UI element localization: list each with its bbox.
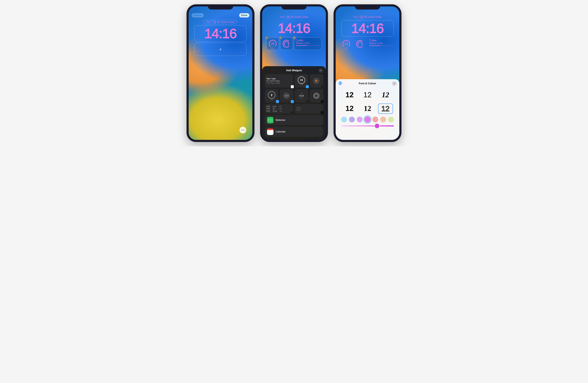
calendar-icon bbox=[213, 21, 216, 23]
sheet-header: Add Widgets ✕ bbox=[265, 69, 323, 72]
wc-row: TOK10:..+8H bbox=[266, 108, 282, 110]
widgets-empty-slot[interactable]: + bbox=[194, 43, 247, 56]
font-grid: 12 12 12 12 12 12 bbox=[338, 87, 397, 115]
colour-swatch[interactable] bbox=[341, 117, 347, 122]
screen: Cancel Done Tue 7 No events today 14:16 … bbox=[189, 6, 252, 140]
device-name: iPhone 11 Pro bbox=[296, 42, 310, 45]
clock-app-icon bbox=[306, 100, 309, 103]
font-option-5[interactable]: 12 bbox=[360, 104, 375, 114]
widget-row: 15 5 16 47% iPhone 11 Pro bbox=[336, 38, 399, 50]
battery-icon bbox=[268, 119, 272, 121]
screen: Tue 7 No events today 14:16 15 5 16 47% … bbox=[336, 6, 399, 140]
date-widget: Tue 7 No events today bbox=[351, 15, 384, 19]
remove-icon[interactable]: − bbox=[293, 36, 296, 39]
date-text: Tue 7 bbox=[353, 16, 359, 18]
widget-suggestions-grid: Tue 7 Jun No events today Your day is cl… bbox=[265, 74, 323, 113]
suggestion-world-clocks[interactable]: CUP6:16-8H TOK10:..+8H SYD11:16+9.. bbox=[265, 104, 293, 113]
clock-app-icon bbox=[291, 111, 294, 114]
remove-icon[interactable]: − bbox=[279, 36, 282, 39]
app-label: Calendar bbox=[276, 130, 286, 133]
weather-app-icon bbox=[291, 100, 294, 103]
digital-time: 21:53 bbox=[283, 92, 290, 99]
close-button[interactable]: ✕ bbox=[318, 68, 323, 73]
phone-icon bbox=[369, 39, 371, 42]
fitness-rings bbox=[283, 40, 290, 47]
colour-swatch[interactable] bbox=[388, 117, 394, 122]
city-time: 6:16 bbox=[299, 94, 304, 97]
phone-3-font-colour: Tue 7 No events today 14:16 15 5 16 47% … bbox=[334, 5, 401, 142]
font-option-3[interactable]: 12 bbox=[378, 90, 393, 100]
cancel-button[interactable]: Cancel bbox=[192, 13, 204, 18]
fitness-app-icon bbox=[321, 100, 324, 103]
calendar-icon bbox=[267, 129, 273, 130]
suggestion-weather-ring[interactable]: 15 5 16 bbox=[295, 74, 308, 88]
sug-events: No events today bbox=[266, 80, 280, 82]
done-button[interactable]: Done bbox=[239, 13, 249, 18]
calendar-app-icon bbox=[291, 85, 294, 88]
suggestion-calendar[interactable]: Tue 7 Jun No events today Your day is cl… bbox=[265, 74, 293, 88]
suggestion-world-clock-single[interactable]: CUP 6:16 am bbox=[295, 89, 308, 103]
aqi-label: AQI bbox=[271, 99, 273, 100]
clock-slot[interactable]: 14:16 bbox=[341, 20, 394, 36]
battery-pct: 47% bbox=[372, 39, 376, 42]
widget-row: − 15 5 16 − − 47% iPhone 11 Pro bbox=[262, 37, 326, 50]
sheet-header: Font & Colour ✕ bbox=[338, 82, 397, 85]
more-button[interactable] bbox=[239, 127, 246, 134]
suggestion-aqi[interactable]: 2 AQI bbox=[265, 89, 278, 103]
widget-weather: 15 5 16 bbox=[340, 38, 353, 50]
widget-fitness[interactable]: − bbox=[280, 37, 293, 50]
clock-text: 14:16 bbox=[344, 22, 391, 35]
widget-battery: 47% iPhone 11 Pro bbox=[368, 38, 395, 50]
clock-app-icon bbox=[321, 85, 324, 88]
colour-swatch[interactable] bbox=[357, 117, 363, 122]
date-text: Tue 7 bbox=[280, 16, 286, 18]
slider-thumb[interactable] bbox=[375, 124, 379, 128]
font-option-4[interactable]: 12 bbox=[342, 104, 357, 114]
events-text: No events today bbox=[217, 21, 235, 23]
suggestion-fitness-rings[interactable] bbox=[310, 89, 323, 103]
add-widgets-sheet: Add Widgets ✕ Tue 7 Jun No events today … bbox=[262, 66, 326, 140]
app-calendar[interactable]: Calendar bbox=[265, 127, 323, 137]
bell-slash-icon: 🔕 bbox=[313, 78, 320, 84]
font-colour-sheet: Font & Colour ✕ 12 12 12 12 12 12 bbox=[336, 79, 399, 140]
aqi-ring: 2 bbox=[268, 91, 275, 99]
app-batteries[interactable]: Batteries bbox=[265, 115, 323, 125]
globe-button[interactable] bbox=[338, 81, 343, 86]
widget-weather[interactable]: − 15 5 16 bbox=[266, 37, 279, 50]
suggestion-stocks[interactable] bbox=[295, 104, 323, 113]
font-option-2[interactable]: 12 bbox=[360, 90, 375, 100]
plus-icon: + bbox=[219, 46, 222, 52]
colour-swatch-selected[interactable] bbox=[365, 117, 370, 122]
colour-swatch[interactable] bbox=[380, 117, 386, 122]
widget-fitness bbox=[354, 38, 366, 50]
fitness-rings bbox=[356, 40, 364, 48]
phone-icon bbox=[296, 39, 297, 42]
weather-ring: 15 bbox=[342, 40, 350, 48]
battery-bar bbox=[296, 45, 320, 46]
saturation-slider[interactable] bbox=[341, 125, 394, 126]
weather-app-icon bbox=[306, 85, 309, 88]
suggestion-dnd[interactable]: 🔕 bbox=[310, 74, 323, 88]
close-button[interactable]: ✕ bbox=[392, 81, 397, 86]
sug-date: Tue 7 Jun bbox=[266, 78, 276, 80]
battery-pct: 47% bbox=[298, 39, 303, 42]
colour-swatch[interactable] bbox=[349, 117, 355, 122]
font-option-6-selected[interactable]: 12 bbox=[378, 104, 393, 114]
calendar-icon bbox=[360, 16, 363, 18]
clock: 14:16 bbox=[268, 20, 320, 36]
screen: Tue 7 No events today 14:16 − 15 5 16 − … bbox=[262, 6, 326, 140]
font-option-1[interactable]: 12 bbox=[342, 90, 357, 100]
suggestion-clock-digital[interactable]: 21:53 bbox=[280, 89, 294, 103]
colour-swatch[interactable] bbox=[372, 117, 378, 122]
remove-icon[interactable]: − bbox=[265, 36, 268, 39]
weather-range: 5 16 bbox=[300, 84, 303, 86]
clock-slot[interactable]: 14:16 bbox=[194, 25, 247, 42]
sheet-title: Add Widgets bbox=[286, 69, 302, 72]
colour-row bbox=[338, 115, 397, 123]
city-ampm: am bbox=[300, 97, 302, 98]
weather-app-icon bbox=[276, 100, 279, 103]
date-widget-slot[interactable]: Tue 7 No events today bbox=[204, 20, 237, 24]
wc-row: CUP6:16-8H bbox=[266, 106, 281, 107]
events-text: No events today bbox=[291, 16, 308, 18]
widget-battery[interactable]: − 47% iPhone 11 Pro bbox=[294, 37, 322, 50]
